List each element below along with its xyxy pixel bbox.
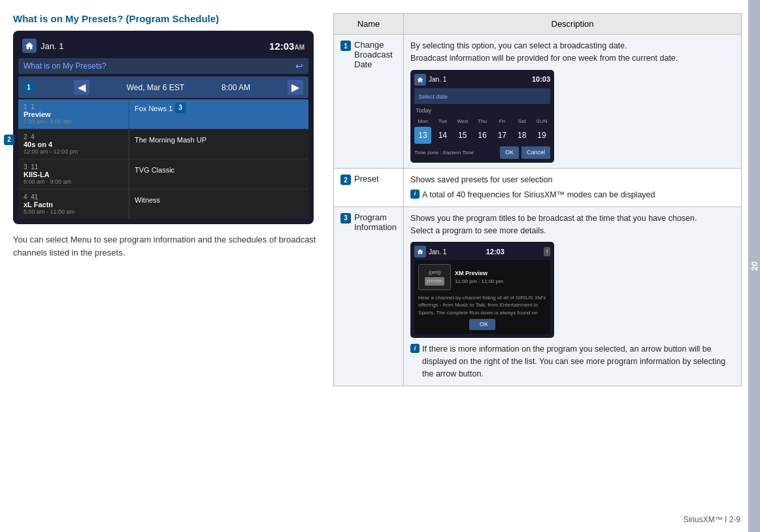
desc-cell-1: By selecting this option, you can select…	[404, 35, 742, 169]
day-sat: Sat	[514, 118, 531, 125]
prog-time-2: 12:00 am - 12:00 pm	[24, 148, 124, 155]
date-18[interactable]: 18	[514, 127, 531, 144]
col-desc-header: Description	[404, 14, 742, 35]
day-fri: Fri	[493, 118, 510, 125]
mini-prog-desc: Hear a channel-by-channel listing of all…	[418, 294, 546, 316]
info-text-3: If there is more information on the prog…	[422, 343, 735, 380]
badge-1: 1	[24, 82, 34, 93]
prog-ch-2: 40s on 4	[24, 141, 124, 148]
info-text-2: A total of 40 frequencies for SiriusXM™ …	[422, 189, 655, 201]
mini-bar-text-bc: Select date	[418, 93, 448, 100]
mini-calendar-dates[interactable]: 13 14 15 16 17 18 19	[414, 127, 550, 144]
device-header-left: Jan. 1	[22, 39, 63, 53]
date-15[interactable]: 15	[454, 127, 471, 144]
date-19[interactable]: 19	[533, 127, 550, 144]
date-nav-label: Wed, Mar 6 EST	[127, 83, 184, 92]
prog-num-3: 3 11	[24, 163, 124, 171]
desc-cell-2: Shows saved presets for user selection i…	[404, 169, 742, 207]
program-row-left-3: 3 11 KIIS-LA 8:00 am - 9:00 am	[18, 159, 129, 189]
table-row-2: 2 Preset Shows saved presets for user se…	[334, 169, 742, 207]
prog-title-1: Fox News 1	[135, 105, 173, 112]
xm-logo-text: ((xm))	[429, 269, 441, 276]
mini-today-label: Today	[416, 107, 550, 116]
mini-prog-svg	[417, 248, 423, 255]
mini-prog-time-disp: 12:03	[486, 246, 504, 258]
date-17[interactable]: 17	[493, 127, 510, 144]
left-arrow: ◀	[74, 80, 90, 95]
mini-cancel-btn[interactable]: Cancel	[521, 146, 550, 159]
program-row-2[interactable]: 2 2 4 40s on 4 12:00 am - 12:00 pm The M…	[18, 129, 308, 159]
xm-logo: ((xm)) preview	[418, 264, 451, 290]
program-row-left-4: 4 41 xL Factn 5:00 am - 11:00 am	[18, 190, 129, 219]
mini-prog-home-icon	[414, 246, 426, 258]
footer: SiriusXM™ I 2-9	[684, 515, 740, 524]
right-arrow: ▶	[288, 80, 303, 95]
row-name-2: Preset	[354, 174, 379, 184]
row-name-3: Program Information	[354, 212, 397, 232]
info-icon-2: i	[410, 190, 420, 199]
program-row-1[interactable]: 1 1 Preview 7:00 am - 9:00 am Fox News 1…	[18, 99, 308, 129]
date-14[interactable]: 14	[434, 127, 451, 144]
mini-calendar-days: Mon Tue Wed Thu Fri Sat SUN	[414, 118, 550, 125]
mini-date-bc: Jan. 1	[429, 75, 446, 84]
date-16[interactable]: 16	[474, 127, 491, 144]
mini-home-left: Jan. 1	[414, 74, 446, 86]
info-row-3: i If there is more information on the pr…	[410, 343, 735, 380]
prog-time-3: 8:00 am - 9:00 am	[24, 178, 124, 185]
mini-time-bc: 10:03	[532, 74, 550, 85]
program-row-3[interactable]: 3 11 KIIS-LA 8:00 am - 9:00 am TVG Class…	[18, 159, 308, 190]
row-label-3: 3 Program Information	[340, 212, 397, 232]
device-header: Jan. 1 12:03AM	[18, 36, 308, 56]
program-list: 1 1 Preview 7:00 am - 9:00 am Fox News 1…	[18, 99, 308, 219]
nav-bar-text: What is on My Presets?	[24, 61, 107, 71]
program-row-right-2: The Morning Mash UP	[129, 129, 308, 159]
prog-num-4: 4 41	[24, 193, 124, 201]
num-badge-1: 1	[340, 41, 351, 51]
day-wed: Wed	[454, 118, 471, 125]
day-thu: Thu	[474, 118, 491, 125]
mini-device-broadcast: Jan. 1 10:03 Select date Today Mon	[410, 70, 554, 163]
mini-prog-header: Jan. 1 12:03 i	[414, 246, 550, 258]
prog-title-4: Witness	[135, 196, 160, 204]
main-content: What is on My Presets? (Program Schedule…	[0, 0, 748, 532]
mini-prog-date: Jan. 1	[429, 247, 446, 257]
info-top-icon: i	[544, 247, 550, 256]
mini-footer-bc: Time zone : Eastern Time OK Cancel	[414, 146, 550, 159]
prog-title-2: The Morning Mash UP	[135, 136, 207, 144]
prog-num-1: 1 1	[24, 103, 124, 110]
num-badge-2: 2	[340, 175, 351, 185]
day-tue: Tue	[434, 118, 451, 125]
date-13[interactable]: 13	[414, 127, 431, 144]
prog-time-1: 7:00 am - 9:00 am	[24, 118, 124, 125]
badge-3-inline: 3	[175, 103, 186, 113]
mini-tz: Time zone : Eastern Time	[414, 149, 474, 157]
desc-text-1: By selecting this option, you can select…	[410, 41, 678, 63]
mini-ok-btn[interactable]: OK	[500, 146, 519, 159]
page-tab: 20	[748, 0, 760, 532]
section-title: What is on My Presets? (Program Schedule…	[13, 13, 320, 24]
mini-prog-logo-row: ((xm)) preview XM Preview 11:00 pm - 11:…	[418, 264, 546, 290]
home-svg	[25, 41, 34, 50]
left-description: You can select Menu to see program infor…	[13, 233, 320, 259]
desc-main-3: Shows you the program titles to be broad…	[410, 214, 697, 235]
desc-cell-3: Shows you the program titles to be broad…	[404, 207, 742, 386]
program-row-4[interactable]: 4 41 xL Factn 5:00 am - 11:00 am Witness	[18, 190, 308, 219]
mini-prog-home-left: Jan. 1	[414, 246, 446, 258]
info-row-2: i A total of 40 frequencies for SiriusXM…	[410, 189, 735, 201]
name-cell-3: 3 Program Information	[334, 207, 404, 386]
prog-title-3: TVG Classic	[135, 166, 174, 174]
page-container: What is on My Presets? (Program Schedule…	[0, 0, 760, 532]
name-cell-2: 2 Preset	[334, 169, 404, 207]
device-time: 12:03AM	[269, 41, 305, 52]
mini-prog-ok-btn[interactable]: OK	[469, 319, 495, 331]
program-row-right-1: Fox News 1 3	[129, 99, 308, 129]
day-sun: SUN	[533, 118, 550, 125]
prog-ch-3: KIIS-LA	[24, 171, 124, 178]
program-row-left-2: 2 4 40s on 4 12:00 am - 12:00 pm	[18, 129, 129, 159]
date-nav-row: 1 ◀ Wed, Mar 6 EST 8:00 AM ▶	[18, 76, 308, 98]
prog-ch-1: Preview	[24, 110, 124, 118]
prog-num-2: 2 4	[24, 133, 124, 141]
program-row-left-1: 1 1 Preview 7:00 am - 9:00 am	[18, 99, 129, 129]
mini-bar-bc: Select date	[414, 88, 550, 105]
table-row-1: 1 Change Broadcast Date By selecting thi…	[334, 35, 742, 169]
